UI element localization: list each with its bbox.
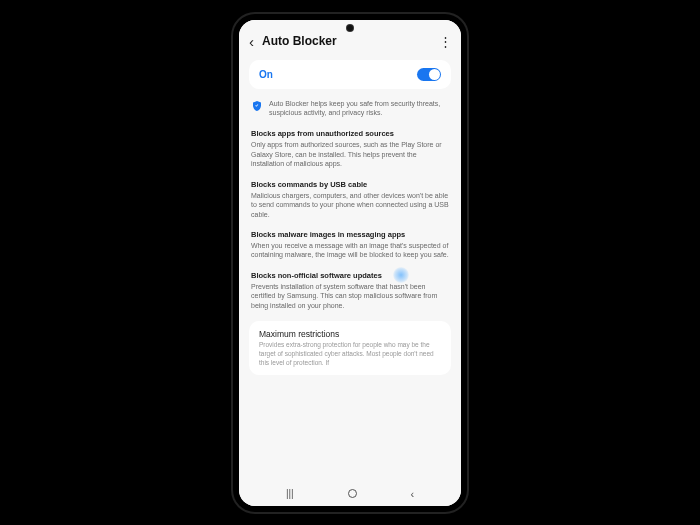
max-title: Maximum restrictions [259,329,441,339]
navigation-bar: ||| ‹ [239,480,461,506]
section-body: Prevents installation of system software… [251,282,449,310]
intro-row: Auto Blocker helps keep you safe from se… [249,99,451,118]
section-title: Blocks apps from unauthorized sources [251,129,449,138]
toggle-knob [429,69,440,80]
master-toggle-row[interactable]: On [249,60,451,89]
phone-frame: ‹ Auto Blocker ⋮ On Auto Blocker helps k… [233,14,467,512]
maximum-restrictions-card[interactable]: Maximum restrictions Provides extra-stro… [249,321,451,375]
section-usb-cable: Blocks commands by USB cable Malicious c… [249,180,451,219]
screen: ‹ Auto Blocker ⋮ On Auto Blocker helps k… [239,20,461,506]
max-body: Provides extra-strong protection for peo… [259,341,441,367]
section-unauthorized-sources: Blocks apps from unauthorized sources On… [249,129,451,168]
section-title: Blocks commands by USB cable [251,180,449,189]
nav-home-icon[interactable] [348,489,357,498]
section-software-updates: Blocks non-official software updates Pre… [249,271,451,310]
toggle-switch[interactable] [417,68,441,81]
more-icon[interactable]: ⋮ [439,34,451,49]
section-title: Blocks non-official software updates [251,271,449,280]
nav-back-icon[interactable]: ‹ [410,488,414,500]
content-area[interactable]: On Auto Blocker helps keep you safe from… [239,60,461,480]
section-body: Malicious chargers, computers, and other… [251,191,449,219]
section-malware-images: Blocks malware images in messaging apps … [249,230,451,260]
toggle-label: On [259,69,273,80]
section-body: When you receive a message with an image… [251,241,449,260]
camera-hole [347,25,353,31]
back-icon[interactable]: ‹ [249,33,254,50]
section-title: Blocks malware images in messaging apps [251,230,449,239]
nav-recent-icon[interactable]: ||| [286,488,294,499]
page-title: Auto Blocker [262,34,439,48]
shield-icon [251,100,263,112]
intro-text: Auto Blocker helps keep you safe from se… [269,99,449,118]
section-body: Only apps from authorized sources, such … [251,140,449,168]
